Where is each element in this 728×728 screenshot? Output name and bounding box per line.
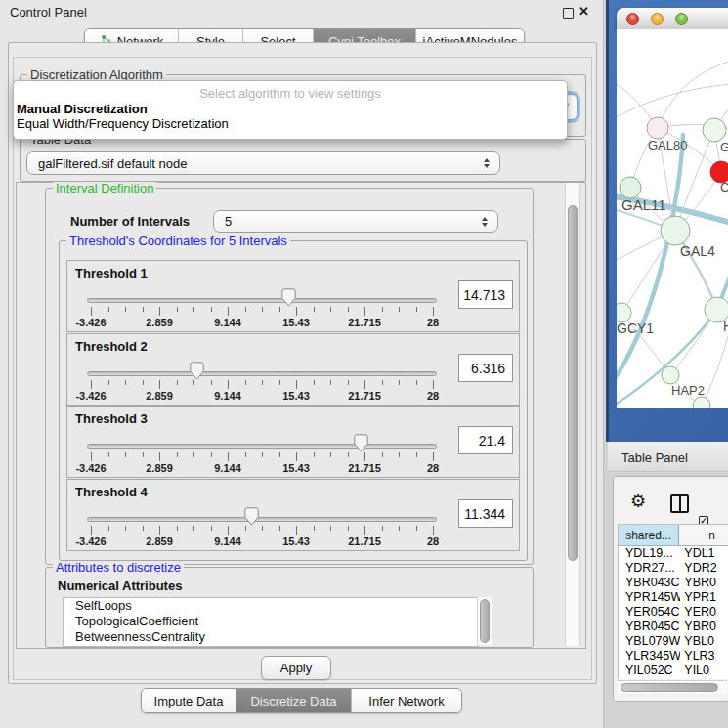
table-row[interactable]: YBR043CYBR0 bbox=[619, 576, 728, 590]
apply-button[interactable]: Apply bbox=[261, 656, 331, 680]
tab-label: Discretize Data bbox=[250, 694, 336, 708]
vertical-scrollbar-thumb[interactable] bbox=[568, 205, 578, 561]
threshold-slider-thumb[interactable] bbox=[190, 362, 204, 380]
network-edge[interactable] bbox=[658, 61, 728, 128]
attribute-list-item[interactable]: BetweennessCentrality bbox=[64, 629, 478, 645]
num-intervals-spinner[interactable]: 5 bbox=[213, 210, 498, 233]
tick-mark bbox=[399, 380, 400, 385]
table-panel-title: Table Panel bbox=[621, 450, 688, 465]
table-row[interactable]: YBR045CYBR0 bbox=[619, 620, 728, 634]
cell-shared-name[interactable]: YPR145W bbox=[619, 590, 680, 605]
cell-shared-name[interactable]: YBR045C bbox=[619, 620, 680, 634]
algorithm-dropdown-popup: Select algorithm to view settings Manual… bbox=[13, 80, 568, 140]
network-node[interactable] bbox=[617, 303, 631, 322]
cell-name[interactable]: YIL0 bbox=[680, 664, 728, 678]
network-node[interactable] bbox=[661, 216, 690, 245]
numerical-attributes-list[interactable]: SelfLoopsTopologicalCoefficientBetweenne… bbox=[63, 597, 479, 647]
cell-name[interactable]: YPR1 bbox=[680, 590, 728, 605]
panel-divider[interactable] bbox=[606, 0, 609, 442]
network-edge[interactable] bbox=[702, 322, 728, 406]
tick-mark bbox=[348, 526, 349, 531]
gear-icon[interactable]: ⚙ bbox=[630, 492, 646, 510]
cell-shared-name[interactable]: YDL19... bbox=[619, 546, 680, 561]
cell-name[interactable]: YBR0 bbox=[680, 576, 728, 590]
threshold-value-field[interactable]: 21.4 bbox=[458, 426, 513, 454]
cell-shared-name[interactable]: YDR27... bbox=[619, 561, 680, 576]
tick-mark bbox=[262, 307, 263, 312]
cell-shared-name[interactable]: YIL052C bbox=[619, 664, 680, 678]
cell-name[interactable]: YLR3 bbox=[680, 649, 728, 664]
cell-name[interactable]: YBR0 bbox=[680, 620, 728, 634]
table-row[interactable]: YPR145WYPR1 bbox=[619, 590, 728, 605]
table-row[interactable]: YLR345WYLR3 bbox=[619, 649, 728, 664]
column-header-name[interactable]: n bbox=[679, 525, 728, 545]
threshold-value-field[interactable]: 11.344 bbox=[458, 499, 513, 528]
node-table[interactable]: shared... n YDL19...YDL1YDR27...YDR2YBR0… bbox=[618, 524, 728, 679]
close-traffic-light-icon[interactable] bbox=[626, 13, 639, 25]
threshold-slider-thumb[interactable] bbox=[281, 288, 296, 307]
table-row[interactable]: YDL19...YDL1 bbox=[619, 546, 728, 561]
bottom-tab-impute-data[interactable]: Impute Data bbox=[142, 689, 236, 712]
network-edge[interactable] bbox=[617, 135, 683, 387]
threshold-value-field[interactable]: 14.713 bbox=[458, 280, 513, 309]
threshold-slider-track[interactable] bbox=[87, 371, 437, 376]
tick-label: 9.144 bbox=[214, 535, 241, 547]
attributes-list-scrollbar[interactable] bbox=[477, 597, 492, 645]
attributes-list-scrollbar-thumb[interactable] bbox=[480, 599, 490, 643]
attribute-list-item[interactable]: SelfLoops bbox=[64, 598, 478, 614]
close-icon[interactable]: ✕ bbox=[578, 4, 589, 19]
tick-mark bbox=[364, 452, 365, 461]
network-edge[interactable] bbox=[617, 84, 728, 121]
zoom-traffic-light-icon[interactable] bbox=[675, 13, 688, 25]
cell-name[interactable]: YDR2 bbox=[680, 561, 728, 576]
combo-arrows-icon bbox=[484, 158, 491, 168]
bottom-tab-discretize-data[interactable]: Discretize Data bbox=[236, 689, 352, 712]
screen: Control Panel ✕ NetworkStyleSelectCyni T… bbox=[0, 0, 728, 728]
table-header-row[interactable]: shared... n bbox=[619, 525, 728, 546]
network-node[interactable] bbox=[647, 117, 668, 139]
tick-mark bbox=[228, 526, 229, 535]
spinner-arrows-icon bbox=[482, 217, 489, 227]
table-row[interactable]: YIL052CYIL0 bbox=[619, 664, 728, 678]
network-window-titlebar[interactable] bbox=[617, 8, 728, 30]
threshold-slider-track[interactable] bbox=[87, 298, 437, 303]
vertical-scrollbar[interactable] bbox=[565, 183, 580, 646]
cell-shared-name[interactable]: YBR043C bbox=[619, 576, 680, 590]
network-node-label: C bbox=[720, 180, 728, 194]
tick-mark bbox=[364, 307, 365, 316]
threshold-slider-track[interactable] bbox=[87, 517, 437, 522]
table-hscrollbar-thumb[interactable] bbox=[621, 683, 718, 692]
threshold-value-field[interactable]: 6.316 bbox=[458, 354, 513, 382]
table-row[interactable]: YER054CYER0 bbox=[619, 605, 728, 620]
cell-shared-name[interactable]: YLR345W bbox=[619, 649, 680, 664]
cell-name[interactable]: YDL1 bbox=[680, 546, 728, 561]
cell-shared-name[interactable]: YBL079W bbox=[619, 634, 680, 649]
table-horizontal-scrollbar[interactable] bbox=[618, 680, 727, 694]
table-row[interactable]: YBL079WYBL0 bbox=[619, 634, 728, 649]
column-header-shared-name[interactable]: shared... bbox=[619, 525, 679, 545]
dropdown-item[interactable]: Manual Discretization bbox=[17, 102, 148, 116]
threshold-slider-thumb[interactable] bbox=[354, 434, 368, 452]
network-node[interactable] bbox=[703, 118, 726, 142]
network-node[interactable] bbox=[662, 366, 679, 384]
table-data-combo[interactable]: galFiltered.sif default node bbox=[26, 151, 500, 175]
minimize-traffic-light-icon[interactable] bbox=[651, 13, 664, 25]
cell-shared-name[interactable]: YER054C bbox=[619, 605, 680, 620]
cell-name[interactable]: YBL0 bbox=[680, 634, 728, 649]
attribute-list-item[interactable]: TopologicalCoefficient bbox=[64, 614, 478, 629]
network-node[interactable] bbox=[620, 177, 641, 198]
dropdown-item[interactable]: Equal Width/Frequency Discretization bbox=[17, 116, 229, 131]
tick-mark bbox=[193, 380, 194, 385]
cell-name[interactable]: YER0 bbox=[680, 605, 728, 620]
network-node[interactable] bbox=[693, 397, 710, 408]
network-canvas[interactable]: GAL80GCGAL11GAL4GCY1HHAP2 bbox=[617, 29, 728, 408]
tick-label: 28 bbox=[427, 462, 439, 474]
float-window-icon[interactable] bbox=[563, 8, 574, 19]
threshold-slider-thumb[interactable] bbox=[244, 507, 259, 526]
tick-label: -3.426 bbox=[75, 317, 106, 328]
table-panel-header: Table Panel bbox=[608, 442, 728, 472]
split-columns-icon[interactable] bbox=[670, 494, 689, 513]
table-row[interactable]: YDR27...YDR2 bbox=[619, 561, 728, 576]
bottom-tab-infer-network[interactable]: Infer Network bbox=[352, 689, 461, 712]
threshold-slider-track[interactable] bbox=[87, 444, 437, 449]
